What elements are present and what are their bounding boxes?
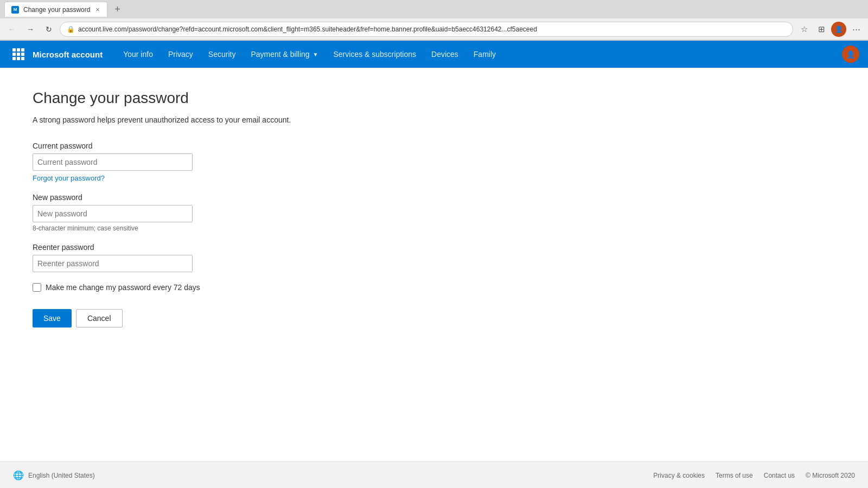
nav-link-devices[interactable]: Devices [424, 41, 466, 68]
profile-icon[interactable]: 👤 [831, 22, 846, 37]
footer-language: 🌐 English (United States) [13, 470, 95, 480]
tab-bar: M Change your password × + [0, 0, 868, 18]
main-content: Change your password A strong password h… [0, 68, 868, 461]
password-change-checkbox[interactable] [33, 283, 41, 292]
refresh-button[interactable]: ↻ [41, 22, 56, 37]
current-password-group: Current password Forgot your password? [33, 142, 835, 182]
settings-icon[interactable]: ⋯ [848, 22, 864, 37]
browser-toolbar: ☆ ⊞ 👤 ⋯ [796, 22, 864, 37]
new-password-input[interactable] [33, 205, 193, 222]
nav-link-privacy[interactable]: Privacy [161, 41, 201, 68]
waffle-dot [12, 57, 16, 60]
address-bar: ← → ↻ 🔒 account.live.com/password/change… [0, 18, 868, 40]
nav-user-avatar[interactable]: 👤 [842, 46, 859, 63]
contact-us-link[interactable]: Contact us [764, 472, 795, 479]
current-password-label: Current password [33, 142, 835, 150]
url-bar[interactable]: 🔒 account.live.com/password/change?refd=… [60, 22, 793, 37]
new-tab-button[interactable]: + [110, 2, 125, 17]
ms-brand-label: Microsoft account [33, 50, 103, 59]
waffle-menu-button[interactable] [9, 44, 28, 64]
globe-icon: 🌐 [13, 470, 24, 480]
cancel-button[interactable]: Cancel [76, 309, 123, 328]
waffle-dot [17, 57, 20, 60]
password-change-checkbox-row: Make me change my password every 72 days [33, 283, 835, 292]
nav-link-payment-billing[interactable]: Payment & billing ▼ [243, 41, 326, 68]
waffle-grid-icon [12, 48, 24, 60]
waffle-dot [17, 48, 20, 52]
extensions-icon[interactable]: ⊞ [814, 22, 829, 37]
forgot-password-link[interactable]: Forgot your password? [33, 174, 105, 182]
forward-button[interactable]: → [23, 22, 38, 37]
footer-links: Privacy & cookies Terms of use Contact u… [653, 472, 855, 479]
waffle-dot [17, 53, 20, 56]
browser-tab[interactable]: M Change your password × [4, 2, 107, 17]
nav-link-family[interactable]: Family [466, 41, 503, 68]
privacy-cookies-link[interactable]: Privacy & cookies [653, 472, 705, 479]
new-password-hint: 8-character minimum; case sensitive [33, 224, 835, 232]
lock-icon: 🔒 [67, 25, 75, 33]
save-button[interactable]: Save [33, 309, 72, 328]
favorites-icon[interactable]: ☆ [796, 22, 812, 37]
browser-chrome: M Change your password × + ← → ↻ 🔒 accou… [0, 0, 868, 41]
copyright-text: © Microsoft 2020 [806, 472, 855, 479]
back-button[interactable]: ← [4, 22, 20, 37]
password-change-checkbox-label[interactable]: Make me change my password every 72 days [46, 283, 200, 292]
nav-link-services[interactable]: Services & subscriptions [326, 41, 424, 68]
page-subtitle: A strong password helps prevent unauthor… [33, 115, 835, 124]
nav-link-your-info[interactable]: Your info [116, 41, 161, 68]
ms-account-nav: Microsoft account Your info Privacy Secu… [0, 41, 868, 68]
tab-title: Change your password [23, 6, 90, 14]
language-label: English (United States) [28, 472, 95, 479]
reenter-password-label: Reenter password [33, 243, 835, 252]
url-text: account.live.com/password/change?refd=ac… [78, 25, 537, 33]
waffle-dot [21, 48, 24, 52]
reenter-password-input[interactable] [33, 255, 193, 272]
page-footer: 🌐 English (United States) Privacy & cook… [0, 461, 868, 488]
waffle-dot [12, 48, 16, 52]
nav-link-security[interactable]: Security [201, 41, 244, 68]
ms-nav-links: Your info Privacy Security Payment & bil… [116, 41, 842, 68]
tab-close-button[interactable]: × [94, 5, 100, 15]
waffle-dot [21, 57, 24, 60]
new-password-label: New password [33, 193, 835, 202]
terms-of-use-link[interactable]: Terms of use [716, 472, 753, 479]
tab-favicon: M [11, 6, 19, 14]
new-password-group: New password 8-character minimum; case s… [33, 193, 835, 232]
page-title: Change your password [33, 89, 835, 107]
waffle-dot [12, 53, 16, 56]
user-avatar[interactable]: 👤 [831, 22, 846, 37]
form-buttons: Save Cancel [33, 309, 835, 328]
chevron-down-icon: ▼ [313, 52, 318, 57]
current-password-input[interactable] [33, 153, 193, 171]
reenter-password-group: Reenter password [33, 243, 835, 272]
waffle-dot [21, 53, 24, 56]
